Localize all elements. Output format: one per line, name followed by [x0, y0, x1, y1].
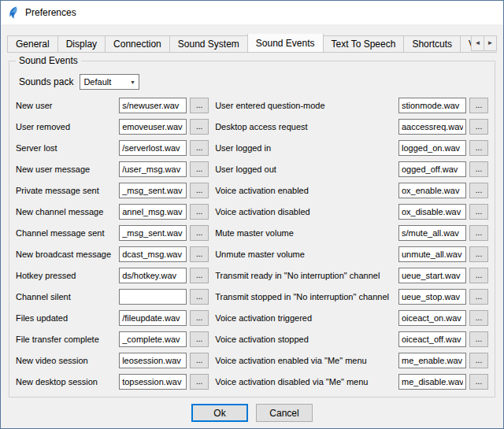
- row-voice-activation-triggered: Voice activation triggered ...: [215, 310, 488, 326]
- tab-scroll-left-button[interactable]: ◄: [471, 35, 484, 51]
- tab-general[interactable]: General: [7, 35, 58, 52]
- sounds-pack-value: Default: [80, 77, 126, 87]
- sound-file-input[interactable]: [398, 331, 466, 347]
- sound-file-input[interactable]: [398, 268, 466, 283]
- row-file-transfer-complete: File transfer complete ...: [16, 331, 209, 347]
- browse-button[interactable]: ...: [190, 374, 209, 390]
- sound-event-label: User removed: [16, 122, 116, 131]
- sound-file-input[interactable]: [119, 246, 187, 262]
- sound-file-input[interactable]: [119, 119, 187, 135]
- browse-button[interactable]: ...: [469, 331, 488, 347]
- sounds-pack-label: Sounds pack: [19, 76, 73, 87]
- sound-file-input[interactable]: [119, 289, 187, 305]
- browse-button[interactable]: ...: [469, 289, 488, 305]
- sound-file-input[interactable]: [398, 140, 466, 156]
- sound-file-input[interactable]: [119, 353, 187, 368]
- sound-file-input[interactable]: [119, 268, 187, 283]
- row-mute-master-volume: Mute master volume ...: [215, 225, 488, 241]
- tab-display[interactable]: Display: [57, 35, 106, 52]
- row-transmit-ready: Transmit ready in "No interruption" chan…: [215, 268, 488, 283]
- sound-event-label: Channel silent: [16, 292, 116, 301]
- browse-button[interactable]: ...: [190, 140, 209, 156]
- browse-button[interactable]: ...: [469, 98, 488, 113]
- sound-file-input[interactable]: [119, 183, 187, 198]
- browse-button[interactable]: ...: [469, 119, 488, 135]
- sound-file-input[interactable]: [119, 374, 187, 390]
- sound-event-label: Unmute master volume: [215, 250, 395, 259]
- browse-button[interactable]: ...: [469, 225, 488, 241]
- sound-event-label: Files updated: [16, 313, 116, 323]
- sound-file-input[interactable]: [398, 289, 466, 305]
- sound-event-label: Transmit stopped in "No interruption" ch…: [215, 292, 395, 301]
- window-title: Preferences: [25, 7, 76, 18]
- sound-file-input[interactable]: [398, 119, 466, 135]
- sound-file-input[interactable]: [398, 374, 466, 390]
- tab-text-to-speech[interactable]: Text To Speech: [323, 35, 405, 52]
- sound-event-columns: New user ... User removed ... Server los…: [16, 98, 488, 395]
- browse-button[interactable]: ...: [190, 161, 209, 177]
- sound-file-input[interactable]: [398, 246, 466, 262]
- sound-file-input[interactable]: [119, 161, 187, 177]
- sound-file-input[interactable]: [398, 98, 466, 113]
- sound-file-input[interactable]: [119, 140, 187, 156]
- row-new-broadcast-message: New broadcast message ...: [16, 246, 209, 262]
- sound-file-input[interactable]: [398, 183, 466, 198]
- sound-file-input[interactable]: [398, 204, 466, 220]
- sound-file-input[interactable]: [398, 161, 466, 177]
- chevron-down-icon: ▾: [126, 79, 139, 86]
- browse-button[interactable]: ...: [469, 374, 488, 390]
- browse-button[interactable]: ...: [469, 310, 488, 326]
- browse-button[interactable]: ...: [469, 204, 488, 220]
- row-channel-silent: Channel silent ...: [16, 289, 209, 305]
- row-server-lost: Server lost ...: [16, 140, 209, 156]
- browse-button[interactable]: ...: [469, 353, 488, 368]
- tab-sound-system[interactable]: Sound System: [169, 35, 248, 52]
- browse-button[interactable]: ...: [190, 289, 209, 305]
- dialog-buttons: Ok Cancel: [1, 404, 503, 422]
- ok-button[interactable]: Ok: [191, 404, 248, 422]
- sound-file-input[interactable]: [119, 204, 187, 220]
- row-unmute-master-volume: Unmute master volume ...: [215, 246, 488, 262]
- sound-file-input[interactable]: [119, 331, 187, 347]
- browse-button[interactable]: ...: [190, 119, 209, 135]
- tab-scrollers: ◄ ►: [471, 35, 497, 51]
- sound-file-input[interactable]: [119, 225, 187, 241]
- tab-connection[interactable]: Connection: [105, 35, 170, 52]
- cancel-button[interactable]: Cancel: [256, 404, 313, 422]
- row-desktop-access-request: Desktop access request ...: [215, 119, 488, 135]
- sound-event-label: New broadcast message: [16, 250, 116, 259]
- browse-button[interactable]: ...: [190, 268, 209, 283]
- sound-event-label: New channel message: [16, 207, 116, 216]
- browse-button[interactable]: ...: [469, 268, 488, 283]
- sound-file-input[interactable]: [398, 353, 466, 368]
- browse-button[interactable]: ...: [469, 161, 488, 177]
- browse-button[interactable]: ...: [190, 98, 209, 113]
- sound-event-label: New video session: [16, 356, 116, 365]
- sounds-pack-select[interactable]: Default ▾: [80, 74, 139, 90]
- browse-button[interactable]: ...: [190, 310, 209, 326]
- browse-button[interactable]: ...: [190, 246, 209, 262]
- browse-button[interactable]: ...: [190, 183, 209, 198]
- browse-button[interactable]: ...: [469, 246, 488, 262]
- browse-button[interactable]: ...: [190, 204, 209, 220]
- sound-file-input[interactable]: [119, 310, 187, 326]
- sound-file-input[interactable]: [398, 225, 466, 241]
- browse-button[interactable]: ...: [190, 225, 209, 241]
- group-title: Sound Events: [16, 55, 81, 66]
- sound-file-input[interactable]: [119, 98, 187, 113]
- browse-button[interactable]: ...: [190, 331, 209, 347]
- row-new-user-message: New user message ...: [16, 161, 209, 177]
- browse-button[interactable]: ...: [190, 353, 209, 368]
- tab-sound-events[interactable]: Sound Events: [247, 34, 324, 52]
- sound-file-input[interactable]: [398, 310, 466, 326]
- sound-event-label: Hotkey pressed: [16, 271, 116, 280]
- tab-scroll-right-button[interactable]: ►: [484, 35, 497, 51]
- row-channel-message-sent: Channel message sent ...: [16, 225, 209, 241]
- sound-event-label: Voice activation disabled: [215, 207, 395, 216]
- row-user-logged-out: User logged out ...: [215, 161, 488, 177]
- sound-event-label: New user message: [16, 165, 116, 174]
- arrow-right-icon: ►: [487, 40, 494, 46]
- browse-button[interactable]: ...: [469, 140, 488, 156]
- tab-shortcuts[interactable]: Shortcuts: [403, 35, 461, 52]
- browse-button[interactable]: ...: [469, 183, 488, 198]
